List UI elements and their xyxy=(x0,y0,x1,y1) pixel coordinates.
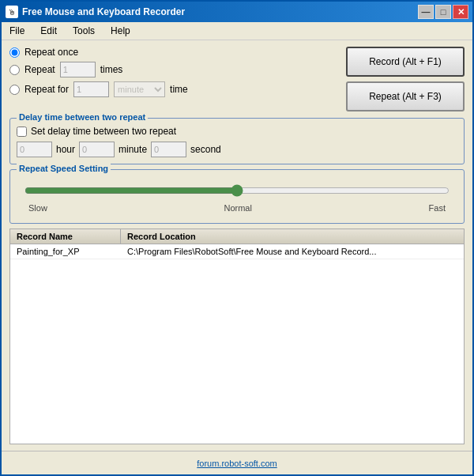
repeat-once-row: Repeat once xyxy=(9,47,338,58)
slider-labels: Slow Normal Fast xyxy=(24,203,450,213)
minute-label: minute xyxy=(118,144,147,155)
menu-tools[interactable]: Tools xyxy=(69,24,99,38)
delay-checkbox-row: Set delay time between two repeat xyxy=(17,126,457,137)
main-row: Repeat once Repeat times Repeat for minu… xyxy=(9,47,465,111)
title-buttons: — □ ✕ xyxy=(418,5,468,19)
repeat-for-radio[interactable] xyxy=(9,85,20,95)
repeat-once-radio[interactable] xyxy=(9,47,20,58)
normal-label: Normal xyxy=(224,203,251,213)
repeat-times-row: Repeat times xyxy=(9,62,338,77)
hour-input[interactable] xyxy=(17,142,52,157)
repeat-for-label: Repeat for xyxy=(24,84,69,95)
second-label: second xyxy=(190,144,221,155)
speed-group-title: Repeat Speed Setting xyxy=(17,164,111,173)
repeat-unit-select[interactable]: minute hour second xyxy=(114,81,165,97)
repeat-once-label: Repeat once xyxy=(24,47,78,58)
main-window: 🖱 Free Mouse and Keyboard Recorder — □ ✕… xyxy=(0,0,474,476)
record-button[interactable]: Record (Alt + F1) xyxy=(346,47,465,77)
delay-group-title: Delay time between two repeat xyxy=(17,112,148,122)
minute-input[interactable] xyxy=(79,142,115,157)
repeat-times-radio[interactable] xyxy=(9,65,20,75)
second-input[interactable] xyxy=(151,142,186,157)
hour-label: hour xyxy=(56,144,75,155)
delay-group: Delay time between two repeat Set delay … xyxy=(9,118,465,164)
column-header-name: Record Name xyxy=(10,229,121,244)
window-title: Free Mouse and Keyboard Recorder xyxy=(22,6,185,17)
app-icon: 🖱 xyxy=(6,6,18,18)
record-location-cell: C:\Program Files\RobotSoft\Free Mouse an… xyxy=(121,244,464,259)
slider-container: Slow Normal Fast xyxy=(17,174,457,217)
menu-edit[interactable]: Edit xyxy=(36,24,61,38)
title-bar: 🖱 Free Mouse and Keyboard Recorder — □ ✕ xyxy=(2,2,472,22)
table-header: Record Name Record Location xyxy=(10,229,464,244)
records-table: Record Name Record Location Painting_for… xyxy=(9,229,465,444)
repeat-label: Repeat xyxy=(24,64,55,75)
delay-checkbox-label: Set delay time between two repeat xyxy=(31,126,176,137)
delay-content: Set delay time between two repeat hour m… xyxy=(17,126,457,157)
record-name-cell: Painting_for_XP xyxy=(10,244,121,259)
repeat-for-input[interactable] xyxy=(73,81,109,97)
slow-label: Slow xyxy=(28,203,47,213)
delay-checkbox[interactable] xyxy=(17,127,27,137)
repeat-for-row: Repeat for minute hour second time xyxy=(9,81,338,97)
repeat-times-input[interactable] xyxy=(60,62,96,77)
menu-bar: File Edit Tools Help xyxy=(2,22,472,40)
footer: forum.robot-soft.com xyxy=(2,451,472,474)
fast-label: Fast xyxy=(429,203,446,213)
repeat-button[interactable]: Repeat (Alt + F3) xyxy=(346,81,465,111)
time-label: time xyxy=(170,84,188,95)
minimize-button[interactable]: — xyxy=(418,5,434,19)
menu-file[interactable]: File xyxy=(6,24,28,38)
footer-link[interactable]: forum.robot-soft.com xyxy=(197,459,276,468)
speed-slider[interactable] xyxy=(24,184,450,197)
times-label: times xyxy=(100,64,123,75)
table-row[interactable]: Painting_for_XP C:\Program Files\RobotSo… xyxy=(10,244,464,259)
options-column: Repeat once Repeat times Repeat for minu… xyxy=(9,47,338,97)
buttons-column: Record (Alt + F1) Repeat (Alt + F3) xyxy=(346,47,465,111)
maximize-button[interactable]: □ xyxy=(435,5,451,19)
column-header-location: Record Location xyxy=(121,229,464,244)
speed-group: Repeat Speed Setting Slow Normal Fast xyxy=(9,169,465,224)
content-area: Repeat once Repeat times Repeat for minu… xyxy=(2,40,472,451)
close-button[interactable]: ✕ xyxy=(453,5,468,19)
title-bar-left: 🖱 Free Mouse and Keyboard Recorder xyxy=(6,6,185,18)
time-row: hour minute second xyxy=(17,142,457,157)
menu-help[interactable]: Help xyxy=(107,24,134,38)
